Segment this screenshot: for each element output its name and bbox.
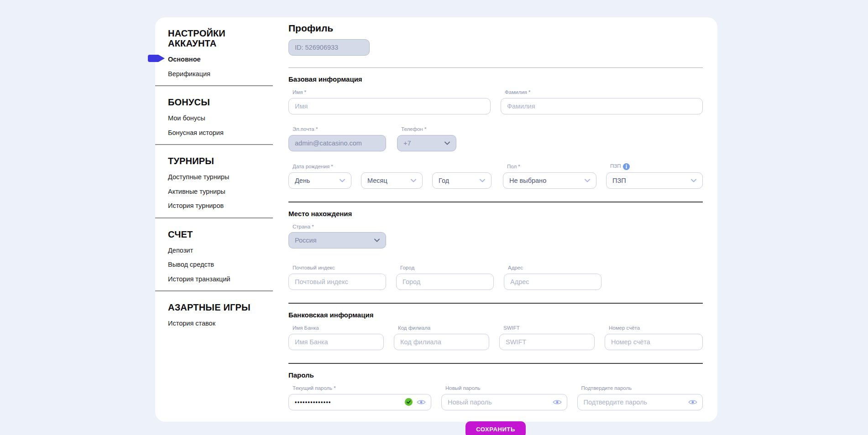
- birth-day-value: День: [295, 177, 310, 184]
- phone-code-select: +7: [397, 135, 456, 151]
- sidebar-group-bonuses: БОНУСЫ Мои бонусы Бонусная история: [168, 91, 277, 145]
- eye-icon[interactable]: [417, 399, 426, 405]
- gender-label: Пол *: [507, 164, 596, 170]
- phone-label: Телефон *: [401, 126, 456, 133]
- section-divider: [288, 363, 703, 364]
- account-number-label: Номер счёта: [609, 325, 703, 331]
- birth-date-label: Дата рождения *: [293, 164, 351, 170]
- password-heading: Пароль: [288, 371, 703, 379]
- settings-card: НАСТРОЙКИ АККАУНТА Основное Верификация …: [155, 17, 717, 422]
- sidebar-item-active-tournaments[interactable]: Активные турниры: [168, 188, 277, 195]
- save-button[interactable]: СОХРАНИТЬ: [465, 421, 526, 435]
- sidebar-group-tournaments: ТУРНИРЫ Доступные турниры Активные турни…: [168, 150, 277, 218]
- chevron-down-icon: [585, 179, 590, 182]
- gender-value: Не выбрано: [509, 177, 546, 184]
- confirm-password-input[interactable]: [577, 394, 703, 410]
- sidebar-item-bet-history[interactable]: История ставок: [168, 320, 277, 327]
- last-name-label: Фамилия *: [505, 89, 703, 96]
- confirm-password-label: Подтвердите пароль: [581, 385, 703, 392]
- chevron-down-icon: [444, 141, 450, 145]
- gender-select[interactable]: Не выбрано: [503, 172, 596, 189]
- section-divider: [288, 303, 703, 304]
- account-number-input[interactable]: [605, 334, 703, 350]
- profile-form: Профиль Базовая информация Имя * Фамилия…: [288, 17, 703, 435]
- country-label: Страна *: [293, 224, 386, 230]
- bank-info-heading: Банковская информация: [288, 311, 703, 319]
- first-name-label: Имя *: [293, 89, 491, 96]
- chevron-down-icon: [374, 238, 380, 242]
- new-password-input[interactable]: [441, 394, 567, 410]
- sidebar-group-title: ТУРНИРЫ: [168, 156, 259, 166]
- birth-day-select[interactable]: День: [288, 172, 351, 189]
- birth-year-value: Год: [439, 177, 449, 184]
- sidebar-item-transaction-history[interactable]: История транзакций: [168, 276, 277, 283]
- bank-name-input[interactable]: [288, 334, 384, 350]
- birth-month-value: Месяц: [367, 177, 387, 184]
- address-input[interactable]: [504, 274, 601, 290]
- sidebar-group-title: СЧЕТ: [168, 229, 259, 239]
- swift-label: SWIFT: [503, 325, 595, 331]
- pzp-select[interactable]: ПЗП: [606, 172, 703, 189]
- info-icon[interactable]: [623, 163, 630, 170]
- new-password-label: Новый пароль: [445, 385, 567, 392]
- sidebar-item-bonus-history[interactable]: Бонусная история: [168, 129, 277, 136]
- sidebar-item-available-tournaments[interactable]: Доступные турниры: [168, 174, 277, 181]
- active-item-arrow-icon: [148, 55, 165, 62]
- section-divider: [288, 202, 703, 202]
- country-select: Россия: [288, 232, 386, 249]
- city-label: Город: [400, 265, 494, 271]
- current-password-label: Текущий пароль *: [293, 385, 431, 392]
- chevron-down-icon: [411, 179, 416, 182]
- sidebar-item-deposit[interactable]: Депозит: [168, 247, 277, 254]
- sidebar-item-label: Доступные турниры: [168, 173, 229, 181]
- sidebar-item-verification[interactable]: Верификация: [168, 71, 277, 78]
- sidebar-item-label: Основное: [168, 56, 201, 63]
- city-input[interactable]: [396, 274, 494, 290]
- sidebar-group-account: СЧЕТ Депозит Вывод средств История транз…: [168, 223, 277, 292]
- sidebar-item-label: Бонусная история: [168, 129, 224, 136]
- chevron-down-icon: [340, 179, 345, 182]
- branch-code-input[interactable]: [394, 334, 489, 350]
- sidebar-item-label: Депозит: [168, 247, 193, 254]
- birth-month-select[interactable]: Месяц: [361, 172, 423, 189]
- sidebar-group-title: БОНУСЫ: [168, 97, 259, 107]
- swift-input[interactable]: [499, 334, 595, 350]
- sidebar-item-label: История ставок: [168, 320, 215, 327]
- sidebar-divider: [155, 218, 273, 218]
- email-label: Эл.почта *: [293, 126, 386, 133]
- pzp-label: ПЗП: [610, 163, 703, 170]
- chevron-down-icon: [480, 179, 485, 182]
- location-heading: Место нахождения: [288, 210, 703, 218]
- email-field: [288, 135, 386, 151]
- pzp-value: ПЗП: [612, 177, 626, 184]
- sidebar-divider: [155, 85, 273, 86]
- bank-name-label: Имя Банка: [293, 325, 384, 331]
- sidebar-group-title: НАСТРОЙКИ АККАУНТА: [168, 28, 259, 48]
- eye-icon[interactable]: [688, 399, 697, 405]
- basic-info-heading: Базовая информация: [288, 75, 703, 83]
- sidebar-item-my-bonuses[interactable]: Мои бонусы: [168, 115, 277, 122]
- phone-code-value: +7: [403, 140, 411, 147]
- page-title: Профиль: [288, 23, 703, 34]
- chevron-down-icon: [691, 179, 696, 182]
- country-value: Россия: [295, 237, 317, 244]
- branch-code-label: Код филиала: [398, 325, 489, 331]
- sidebar-item-label: История транзакций: [168, 275, 230, 283]
- sidebar-item-label: История турниров: [168, 202, 224, 209]
- sidebar-item-withdrawal[interactable]: Вывод средств: [168, 261, 277, 268]
- sidebar-item-label: Активные турниры: [168, 188, 225, 195]
- sidebar-item-label: Вывод средств: [168, 261, 214, 268]
- eye-icon[interactable]: [553, 399, 562, 405]
- sidebar-group-gambling: АЗАРТНЫЕ ИГРЫ История ставок: [168, 296, 277, 327]
- last-name-input[interactable]: [501, 98, 703, 114]
- sidebar-item-tournament-history[interactable]: История турниров: [168, 202, 277, 209]
- sidebar-divider: [155, 290, 273, 291]
- first-name-input[interactable]: [288, 98, 491, 114]
- check-circle-icon: [405, 398, 413, 406]
- postal-code-label: Почтовый индекс: [293, 265, 386, 271]
- birth-year-select[interactable]: Год: [432, 172, 492, 189]
- postal-code-input[interactable]: [288, 274, 386, 290]
- sidebar-item-main[interactable]: Основное: [168, 56, 277, 63]
- pzp-label-text: ПЗП: [610, 163, 621, 170]
- sidebar-item-label: Мои бонусы: [168, 114, 205, 122]
